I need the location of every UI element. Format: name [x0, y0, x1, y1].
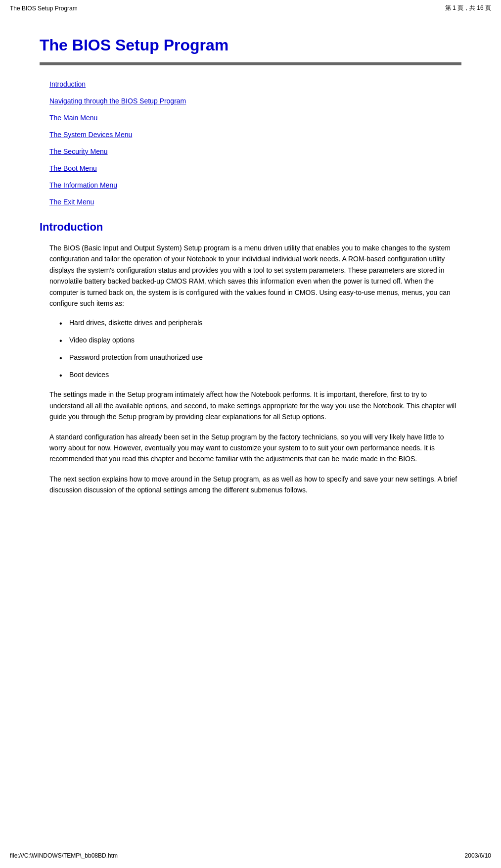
table-of-contents: IntroductionNavigating through the BIOS …	[40, 80, 461, 206]
page-header: The BIOS Setup Program 第 1 頁，共 16 頁	[0, 0, 501, 16]
header-left: The BIOS Setup Program	[10, 5, 78, 12]
toc-link[interactable]: Introduction	[49, 80, 461, 88]
bullet-item: Password protection from unauthorized us…	[59, 352, 461, 363]
toc-link[interactable]: The Main Menu	[49, 114, 461, 122]
introduction-title: Introduction	[40, 221, 461, 234]
page-footer: file:///C:\WINDOWS\TEMP\_bb08BD.htm 2003…	[0, 848, 501, 863]
page-title: The BIOS Setup Program	[40, 36, 461, 54]
title-divider	[40, 62, 461, 65]
bullet-item: Video display options	[59, 335, 461, 345]
intro-paragraph-3: A standard configuration has already bee…	[49, 432, 461, 465]
introduction-section: Introduction The BIOS (Basic Input and O…	[40, 221, 461, 495]
intro-bullet-list: Hard drives, diskette drives and periphe…	[49, 318, 461, 380]
main-content: The BIOS Setup Program IntroductionNavig…	[0, 16, 501, 524]
introduction-body: The BIOS (Basic Input and Output System)…	[40, 242, 461, 495]
toc-link[interactable]: Navigating through the BIOS Setup Progra…	[49, 97, 461, 105]
header-right: 第 1 頁，共 16 頁	[445, 4, 491, 12]
bullet-item: Boot devices	[59, 370, 461, 380]
intro-paragraph-2: The settings made in the Setup program i…	[49, 389, 461, 422]
toc-link[interactable]: The Exit Menu	[49, 198, 461, 206]
bullet-item: Hard drives, diskette drives and periphe…	[59, 318, 461, 328]
toc-link[interactable]: The Boot Menu	[49, 164, 461, 172]
footer-right: 2003/6/10	[465, 852, 491, 859]
intro-paragraph-1: The BIOS (Basic Input and Output System)…	[49, 242, 461, 309]
toc-link[interactable]: The System Devices Menu	[49, 131, 461, 139]
toc-link[interactable]: The Security Menu	[49, 147, 461, 155]
intro-paragraph-4: The next section explains how to move ar…	[49, 474, 461, 496]
footer-left: file:///C:\WINDOWS\TEMP\_bb08BD.htm	[10, 852, 118, 859]
toc-link[interactable]: The Information Menu	[49, 181, 461, 189]
